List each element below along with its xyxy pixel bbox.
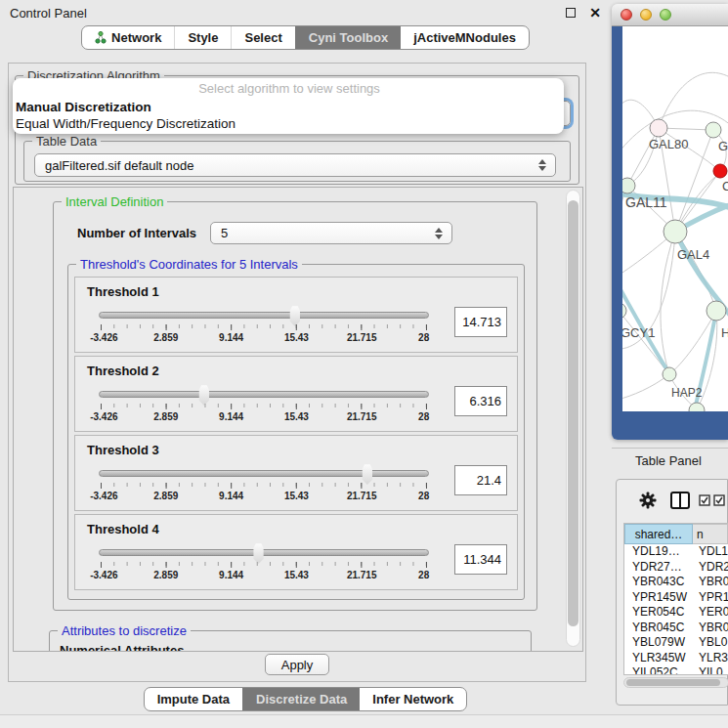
threshold-2-label: Threshold 2	[87, 364, 507, 378]
table-row[interactable]: YLR345W YLR3	[624, 651, 728, 666]
table-row[interactable]: YIL052C YIL0	[624, 665, 728, 675]
menu-item-manual-discretization[interactable]: Manual Discretization	[15, 99, 564, 115]
tick-label: -3.426	[90, 570, 117, 580]
threshold-1-slider[interactable]: -3.426 2.859 9.144 15.43 21.715 28	[99, 303, 439, 346]
cell[interactable]: YDL1	[693, 544, 728, 560]
cell[interactable]: YER054C	[624, 605, 693, 621]
cell[interactable]: YBL0	[693, 635, 728, 651]
tab-discretize-data[interactable]: Discretize Data	[242, 688, 360, 710]
slider-ticks	[101, 324, 427, 330]
network-canvas[interactable]: GAL80 G GAL11 C GAL4 GCY1 H HAP2	[622, 26, 728, 411]
table-data-label: Table Data	[32, 134, 101, 149]
cyni-toolbox-panel: Discretization Algorithm Table Data galF…	[8, 63, 586, 682]
float-window-icon[interactable]	[566, 8, 576, 18]
threshold-2-value-field[interactable]: 6.316	[454, 386, 507, 416]
table-header-row: shared… n	[624, 524, 728, 544]
close-traffic-light-icon[interactable]	[621, 9, 632, 21]
cell[interactable]: YLR3	[693, 651, 728, 666]
vertical-scrollbar-thumb[interactable]	[568, 200, 578, 626]
cell[interactable]: YBR0	[693, 621, 728, 636]
spinner-arrows-icon	[435, 228, 443, 239]
right-side-area: GAL80 G GAL11 C GAL4 GCY1 H HAP2 Table P…	[612, 0, 728, 728]
cell[interactable]: YBR043C	[624, 575, 693, 590]
tab-network[interactable]: Network	[82, 26, 174, 49]
slider-tick-labels: -3.426 2.859 9.144 15.43 21.715 28	[101, 332, 427, 344]
cell[interactable]: YER0	[693, 605, 728, 621]
tab-network-label: Network	[111, 30, 161, 45]
slider-track[interactable]	[99, 312, 429, 319]
slider-track[interactable]	[99, 391, 429, 398]
tab-select[interactable]: Select	[231, 26, 294, 49]
node-partial-top	[706, 122, 721, 138]
close-icon[interactable]: ✕	[589, 8, 601, 18]
tab-jactivemnodules-label: jActiveMNodules	[413, 30, 516, 45]
tab-discretize-data-label: Discretize Data	[256, 692, 347, 707]
tick-label: 9.144	[219, 332, 243, 343]
tab-jactivemnodules[interactable]: jActiveMNodules	[401, 26, 529, 49]
tab-impute-data[interactable]: Impute Data	[145, 688, 242, 710]
column-header-shared-name[interactable]: shared…	[624, 524, 693, 544]
column-header-name[interactable]: n	[693, 524, 728, 544]
cell[interactable]: YLR345W	[624, 651, 693, 666]
cell[interactable]: YDR27…	[624, 560, 693, 576]
node-attribute-table: shared… n YDL19… YDL1 YDR27… YDR2 YBR043…	[623, 523, 728, 675]
table-row[interactable]: YPR145W YPR1	[624, 590, 728, 606]
vertical-scrollbar[interactable]	[566, 190, 580, 647]
tick-label: 28	[418, 332, 429, 343]
split-table-icon[interactable]	[670, 492, 690, 509]
table-panel-toolbar	[617, 480, 727, 521]
tab-cyni-toolbox[interactable]: Cyni Toolbox	[295, 26, 401, 49]
threshold-3-label: Threshold 3	[87, 443, 507, 457]
table-data-combobox[interactable]: galFiltered.sif default node	[34, 153, 556, 177]
horizontal-scrollbar-thumb[interactable]	[626, 679, 720, 686]
table-row[interactable]: YBR043C YBR0	[624, 575, 728, 590]
settings-scroll-area: Interval Definition Number of Intervals …	[13, 187, 583, 652]
tick-label: 15.43	[284, 491, 309, 501]
threshold-3-value-field[interactable]: 21.4	[454, 465, 507, 495]
table-row[interactable]: YBR045C YBR0	[624, 621, 728, 636]
slider-track[interactable]	[99, 549, 429, 556]
cell[interactable]: YBR045C	[624, 621, 693, 636]
node-label-gal11: GAL11	[625, 194, 667, 210]
checkbox-checked-icon[interactable]	[699, 494, 711, 506]
tab-infer-network[interactable]: Infer Network	[360, 688, 466, 710]
threshold-4-value: 11.344	[463, 552, 501, 567]
cell[interactable]: YDL19…	[624, 544, 693, 560]
cell[interactable]: YIL052C	[624, 665, 693, 675]
threshold-4-value-field[interactable]: 11.344	[454, 544, 507, 575]
minimize-traffic-light-icon[interactable]	[640, 9, 652, 21]
tick-label: 28	[418, 411, 429, 422]
cell[interactable]: YIL0	[693, 665, 728, 675]
cell[interactable]: YBR0	[693, 575, 728, 590]
table-row[interactable]: YER054C YER0	[624, 605, 728, 621]
interval-definition-group: Interval Definition Number of Intervals …	[53, 201, 537, 611]
threshold-3-slider[interactable]: -3.426 2.859 9.144 15.43 21.715 28	[99, 461, 439, 504]
slider-track[interactable]	[99, 470, 429, 477]
tab-style-label: Style	[188, 30, 218, 45]
table-row[interactable]: YDR27… YDR2	[624, 560, 728, 576]
zoom-traffic-light-icon[interactable]	[660, 9, 671, 21]
tick-label: -3.426	[90, 332, 117, 343]
horizontal-scrollbar[interactable]	[623, 677, 728, 688]
threshold-2-slider[interactable]: -3.426 2.859 9.144 15.43 21.715 28	[99, 382, 439, 425]
threshold-4-slider[interactable]: -3.426 2.859 9.144 15.43 21.715 28	[99, 540, 439, 583]
menu-item-equal-width-frequency[interactable]: Equal Width/Frequency Discretization	[15, 115, 564, 132]
gear-icon[interactable]	[639, 492, 657, 509]
cell[interactable]: YPR1	[693, 590, 728, 606]
table-panel-body: shared… n YDL19… YDL1 YDR27… YDR2 YBR043…	[616, 479, 728, 706]
cell[interactable]: YPR145W	[624, 590, 693, 606]
number-of-intervals-value: 5	[221, 226, 228, 240]
threshold-1-value-field[interactable]: 14.713	[454, 307, 507, 337]
tab-cyni-toolbox-label: Cyni Toolbox	[309, 30, 388, 45]
cell[interactable]: YBL079W	[624, 635, 693, 651]
apply-button[interactable]: Apply	[265, 654, 329, 675]
network-view-window: GAL80 G GAL11 C GAL4 GCY1 H HAP2	[612, 4, 728, 440]
tab-impute-data-label: Impute Data	[157, 692, 230, 707]
table-row[interactable]: YBL079W YBL0	[624, 635, 728, 651]
cell[interactable]: YDR2	[693, 560, 728, 576]
checkbox-checked-icon[interactable]	[713, 494, 726, 506]
bottom-tab-bar: Impute Data Discretize Data Infer Networ…	[0, 687, 611, 711]
tab-style[interactable]: Style	[174, 26, 231, 49]
number-of-intervals-spinner[interactable]: 5	[210, 222, 452, 244]
table-row[interactable]: YDL19… YDL1	[624, 544, 728, 560]
